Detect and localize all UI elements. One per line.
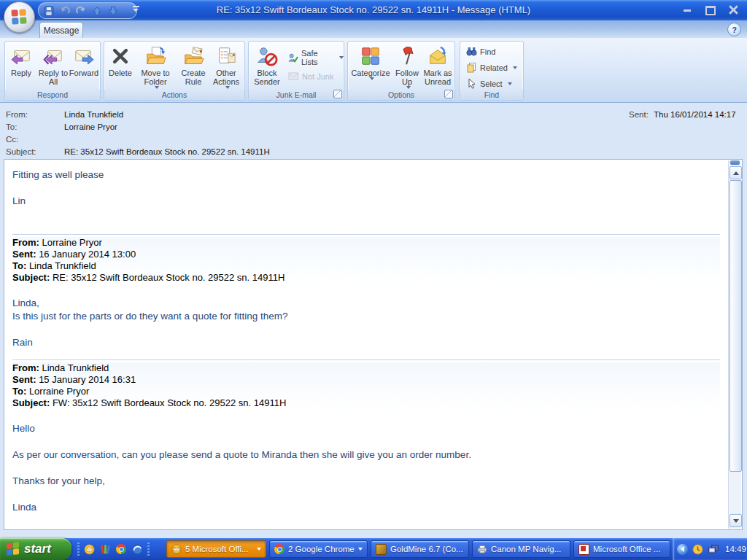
options-dialog-launcher-icon[interactable] <box>444 90 453 98</box>
group-actions: Delete Move to Folder Create Rule Other … <box>104 41 245 101</box>
previous-item-icon[interactable] <box>91 5 103 17</box>
office-logo-icon <box>11 9 26 24</box>
quote2-signature: Linda <box>12 501 720 514</box>
start-button[interactable]: start <box>0 538 71 560</box>
task-label: Microsoft Office ... <box>593 545 665 553</box>
quick-access-toolbar <box>38 2 137 19</box>
from-label: From: <box>6 110 28 119</box>
delete-button[interactable]: Delete <box>106 44 135 77</box>
related-button[interactable]: Related <box>466 62 517 73</box>
quicklaunch-divider <box>147 542 150 556</box>
group-junk-email: Block Sender Safe Lists Not Junk Junk E-… <box>248 41 344 101</box>
quote2-line: Thanks for your help, <box>12 475 720 488</box>
redo-icon[interactable] <box>75 5 87 17</box>
vertical-scrollbar[interactable] <box>728 160 741 529</box>
junk-dialog-launcher-icon[interactable] <box>333 90 342 98</box>
reply-envelope-icon <box>10 45 32 67</box>
group-caption-options: Options <box>348 90 454 100</box>
find-button[interactable]: Find <box>466 46 495 57</box>
quote1-line: Linda, <box>12 297 720 310</box>
dropdown-arrow-icon <box>225 86 230 89</box>
group-find: Find Related Select Find <box>460 41 524 101</box>
safe-lists-button[interactable]: Safe Lists <box>288 49 344 66</box>
split-handle[interactable] <box>730 160 740 165</box>
create-rule-button[interactable]: Create Rule <box>177 44 209 86</box>
mark-as-unread-button[interactable]: Mark as Unread <box>421 44 454 86</box>
goldmine-task-icon <box>376 544 387 555</box>
help-button[interactable]: ? <box>727 23 741 36</box>
quote-separator <box>12 359 720 360</box>
minimize-button[interactable] <box>678 4 696 17</box>
triangle-up-icon <box>733 171 739 175</box>
outlook-task-icon <box>171 544 182 554</box>
subject-value: RE: 35x12 Swift Bordeaux Stock no. 29522… <box>64 147 270 156</box>
reply-to-all-button[interactable]: Reply to All <box>37 44 69 86</box>
task-label: 5 Microsoft Offi... <box>185 545 253 553</box>
next-item-icon[interactable] <box>107 5 119 17</box>
quote2-line: As per our conversation, can you please … <box>12 448 720 462</box>
related-documents-icon <box>466 62 477 73</box>
task-label: GoldMine 6.7 (Co... <box>390 545 464 553</box>
delete-x-icon <box>110 46 131 66</box>
quicklaunch-paint-icon[interactable] <box>98 541 112 557</box>
quicklaunch-chrome-icon[interactable] <box>114 541 128 557</box>
office-button[interactable] <box>4 1 35 33</box>
forward-button[interactable]: Forward <box>69 44 98 77</box>
move-to-folder-button[interactable]: Move to Folder <box>135 44 176 89</box>
outlook-message-window: RE: 35x12 Swift Bordeaux Stock no. 29522… <box>0 0 747 560</box>
undo-icon[interactable] <box>59 5 71 17</box>
start-label: start <box>24 542 51 556</box>
forward-envelope-icon <box>73 45 95 67</box>
tray-display-icon[interactable] <box>708 544 719 555</box>
office-doc-task-icon <box>578 544 589 555</box>
reply-line: Fitting as well please <box>12 168 720 182</box>
scrollbar-thumb[interactable] <box>729 180 742 472</box>
follow-up-button[interactable]: Follow Up <box>392 44 422 89</box>
follow-up-flag-icon <box>396 45 418 67</box>
quoted-header: From: Lorraine Pryor Sent: 16 January 20… <box>12 237 720 284</box>
categorize-button[interactable]: Categorize <box>349 44 392 80</box>
quicklaunch-mail-icon[interactable] <box>130 541 144 557</box>
quote1-signature: Rain <box>12 336 720 349</box>
task-label: Canon MP Navig... <box>491 545 565 553</box>
group-caption-find: Find <box>460 90 523 100</box>
from-value: Linda Trunkfield <box>64 110 123 119</box>
scroll-up-button[interactable] <box>729 166 742 179</box>
restore-button[interactable] <box>702 4 719 17</box>
chrome-task-icon <box>274 544 285 554</box>
dropdown-arrow-icon <box>370 77 374 80</box>
taskbar-button-outlook-group[interactable]: 5 Microsoft Offi... <box>166 540 266 558</box>
scroll-down-button[interactable] <box>729 514 742 527</box>
group-options: Categorize Follow Up Mark as Unread Opti… <box>347 41 455 101</box>
taskbar-button-goldmine[interactable]: GoldMine 6.7 (Co... <box>371 540 469 558</box>
sent-label: Sent: <box>629 110 649 119</box>
quicklaunch-outlook-icon[interactable] <box>82 541 96 557</box>
taskbar-button-chrome-group[interactable]: 2 Google Chrome <box>269 540 368 558</box>
reply-button[interactable]: Reply <box>7 44 36 77</box>
save-icon[interactable] <box>43 5 55 17</box>
other-actions-icon <box>215 45 237 67</box>
tab-message[interactable]: Message <box>39 22 83 39</box>
tray-outlook-reminder-icon[interactable] <box>692 544 703 555</box>
categorize-icon <box>360 45 382 67</box>
select-button[interactable]: Select <box>466 78 512 89</box>
dropdown-arrow-icon <box>339 56 344 59</box>
block-sender-button[interactable]: Block Sender <box>250 44 284 86</box>
move-to-folder-icon <box>144 45 166 67</box>
reply-signature: Lin <box>12 195 720 208</box>
windows-flag-icon <box>7 542 20 556</box>
other-actions-button[interactable]: Other Actions <box>209 44 243 89</box>
taskbar-button-canon[interactable]: Canon MP Navig... <box>472 540 570 558</box>
group-respond: Reply Reply to All Forward Respond <box>4 41 101 101</box>
quote-separator <box>12 234 720 235</box>
customize-qat-icon[interactable] <box>133 6 139 12</box>
ribbon: Reply Reply to All Forward Respond Delet… <box>0 38 747 103</box>
tray-chevron-icon[interactable] <box>677 544 688 555</box>
dropdown-arrow-icon <box>155 86 159 89</box>
close-button[interactable] <box>725 4 743 17</box>
create-rule-icon <box>182 45 204 67</box>
taskbar-button-office[interactable]: Microsoft Office ... <box>573 540 670 558</box>
task-label: 2 Google Chrome <box>288 545 355 553</box>
mark-as-unread-icon <box>427 45 449 67</box>
cursor-icon <box>466 78 477 89</box>
